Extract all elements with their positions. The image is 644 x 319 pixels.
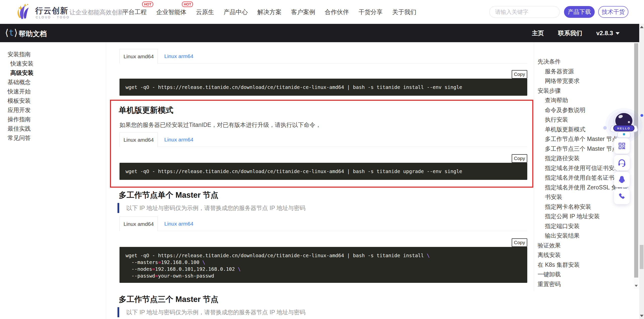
tab-row-3: Linux amd64 Linux arm64 — [119, 217, 527, 231]
note-quote: 以下 IP 地址与密码仅为示例，请替换成您的服务器节点 IP 地址与密码 — [117, 307, 305, 317]
toc-item[interactable]: 指定公网 IP 地址安装 — [534, 211, 634, 221]
qq-button[interactable] — [614, 172, 630, 187]
top-header: 行云创新 CLOUD · TOGO 让企业都能高效创新 平台工程HOT企业智能体… — [0, 0, 644, 24]
sidebar-item[interactable]: 快速安装 — [0, 59, 106, 68]
nav-item-label: 企业智能体 — [156, 9, 186, 15]
nav-item[interactable]: 关于我们 — [392, 8, 416, 16]
sidebar-item[interactable]: 最佳实践 — [0, 124, 106, 133]
nav-item-label: 关于我们 — [392, 9, 416, 15]
note-quote: 以下 IP 地址与密码仅为示例，请替换成您的服务器节点 IP 地址与密码 — [117, 203, 305, 213]
nav-item[interactable]: 企业智能体HOT — [156, 8, 186, 16]
toc-item[interactable]: 服务器资源 — [534, 67, 634, 76]
nav-item[interactable]: 客户案例 — [291, 8, 315, 16]
version-dropdown[interactable]: v2.8.3 — [596, 30, 620, 37]
search-input[interactable] — [495, 9, 568, 15]
nav-item[interactable]: 干货分享 — [358, 8, 383, 16]
copy-button[interactable]: Copy — [512, 70, 527, 79]
code-block-install: wget -qO - https://release.titanide.cn/d… — [119, 79, 527, 96]
quote-text: 以下 IP 地址与密码仅为示例，请替换成您的服务器节点 IP 地址与密码 — [126, 204, 305, 212]
toc-scrollbar-thumb[interactable] — [634, 43, 638, 278]
code-line: --masters=192.168.0.100 \ — [126, 259, 521, 266]
product-download-button[interactable]: 产品下载 — [564, 6, 595, 18]
tab-linux-amd64[interactable]: Linux amd64 — [119, 217, 158, 231]
doc-title: 帮助文档 — [19, 29, 47, 39]
sidebar-divider — [106, 42, 106, 319]
phone-button[interactable] — [614, 189, 630, 204]
toc-item[interactable]: 执行安装 — [534, 115, 634, 125]
nav-item-label: 合作伙伴 — [325, 9, 349, 15]
toc-item[interactable]: 单机版更新模式 — [534, 125, 634, 134]
headset-icon — [617, 158, 626, 167]
home-link[interactable]: 主页 — [532, 29, 544, 37]
left-sidebar: 安装指南快速安装高级安装基础概念快速开始模板安装应用开发操作指南最佳实践常见问答 — [0, 42, 106, 319]
tab-linux-arm64[interactable]: Linux arm64 — [164, 49, 193, 64]
tab-rule — [119, 147, 527, 147]
toc-item[interactable]: 查询帮助 — [534, 95, 634, 105]
copy-button[interactable]: Copy — [512, 238, 527, 247]
doc-logo[interactable]: ⟨t⟩ — [5, 27, 18, 38]
tab-linux-arm64[interactable]: Linux arm64 — [164, 217, 193, 231]
tab-rule — [119, 63, 527, 64]
toc-item[interactable]: 离线安装 — [534, 250, 634, 260]
search-box — [489, 6, 560, 18]
section-heading-single-master: 多工作节点单个 Master 节点 — [119, 190, 218, 200]
code-line: wget -qO - https://release.titanide.cn/d… — [126, 168, 521, 175]
top-nav: 平台工程HOT企业智能体HOT云原生产品中心解决方案客户案例合作伙伴干货分享关于… — [123, 0, 416, 24]
toc-item[interactable]: 命令及参数说明 — [534, 105, 634, 115]
nav-item[interactable]: 云原生 — [196, 8, 214, 16]
toc-item[interactable]: 输出安装结果 — [534, 231, 634, 241]
section-heading-update: 单机版更新模式 — [119, 105, 173, 116]
sidebar-item[interactable]: 快速开始 — [0, 87, 106, 96]
page-scrollbar-thumb[interactable] — [640, 245, 643, 269]
hot-badge: HOT — [182, 2, 193, 7]
sidebar-item[interactable]: 操作指南 — [0, 115, 106, 124]
toc-item[interactable]: 网络带宽要求 — [534, 76, 634, 86]
tech-articles-button[interactable]: 技术干货 — [598, 6, 628, 18]
toc-item[interactable]: 指定端口安装 — [534, 221, 634, 231]
tab-rule — [119, 231, 527, 231]
toc-item[interactable]: 一键卸载 — [534, 270, 634, 279]
toc-item[interactable]: 安装步骤 — [534, 86, 634, 96]
contact-link[interactable]: 联系我们 — [558, 29, 582, 37]
qq-icon — [618, 175, 626, 184]
nav-item[interactable]: 平台工程HOT — [123, 8, 147, 16]
scroll-down-icon[interactable] — [640, 315, 643, 317]
toc-scrollbar[interactable] — [634, 42, 639, 289]
tab-linux-arm64[interactable]: Linux arm64 — [164, 132, 193, 147]
section-para-update: 如果您的服务器已经安装过TitanIDE，对已有版本进行升级，请执行以下命令， — [119, 121, 321, 129]
brand-logo-icon[interactable] — [13, 3, 32, 21]
version-label: v2.8.3 — [596, 30, 613, 36]
sidebar-item[interactable]: 模板安装 — [0, 96, 106, 105]
sidebar-item[interactable]: 安装指南 — [0, 50, 106, 59]
copy-button[interactable]: Copy — [512, 154, 527, 163]
scroll-down-icon[interactable] — [635, 285, 638, 287]
doc-header: ⟨t⟩ 帮助文档 主页 联系我们 v2.8.3 — [0, 24, 639, 42]
sidebar-item[interactable]: 应用开发 — [0, 105, 106, 115]
page-scrollbar[interactable] — [639, 24, 644, 319]
nav-item[interactable]: 解决方案 — [257, 8, 281, 16]
nav-item[interactable]: 产品中心 — [224, 8, 248, 16]
sidebar-item[interactable]: 高级安装 — [0, 68, 106, 78]
quote-bar — [117, 307, 119, 317]
customer-service-button[interactable] — [614, 155, 630, 171]
toc-item[interactable]: 先决条件 — [534, 57, 634, 67]
toc-item[interactable]: 重置密码 — [534, 279, 634, 289]
nav-item-label: 平台工程 — [123, 9, 147, 15]
tab-row-1: Linux amd64 Linux arm64 — [119, 49, 527, 64]
bracket-right: ⟩ — [14, 27, 18, 38]
tab-row-2: Linux amd64 Linux arm64 — [119, 132, 527, 147]
sidebar-item[interactable]: 常见问答 — [0, 133, 106, 143]
nav-item[interactable]: 合作伙伴 — [325, 8, 349, 16]
scroll-up-icon[interactable] — [640, 26, 643, 28]
tab-linux-amd64[interactable]: Linux amd64 — [119, 132, 158, 147]
code-multiline: wget -qO - https://release.titanide.cn/d… — [126, 252, 521, 279]
toc-item[interactable]: 验证效果 — [534, 241, 634, 250]
qrcode-button[interactable] — [614, 138, 630, 154]
quote-text: 以下 IP 地址与密码仅为示例，请替换成您的服务器节点 IP 地址与密码 — [126, 308, 305, 316]
toc-item[interactable]: 在 K8s 集群安装 — [534, 260, 634, 270]
sidebar-item[interactable]: 基础概念 — [0, 78, 106, 87]
nav-item-label: 产品中心 — [224, 9, 248, 15]
tab-linux-amd64[interactable]: Linux amd64 — [119, 49, 158, 64]
logo-letter-t: t — [9, 28, 14, 38]
bracket-left: ⟨ — [5, 27, 9, 38]
